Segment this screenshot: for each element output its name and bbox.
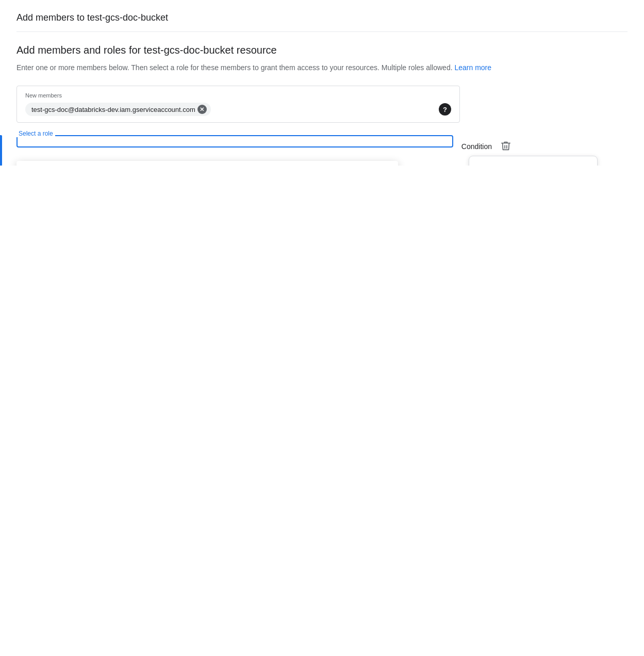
member-chip: test-gcs-doc@databricks-dev.iam.gservice… <box>25 103 211 116</box>
role-select-box[interactable] <box>16 135 453 147</box>
filter-row: ≡ <box>16 161 398 166</box>
role-tooltip: Storage Admin Full control of GCS resour… <box>469 156 598 166</box>
new-members-section: New members test-gcs-doc@databricks-dev.… <box>16 86 460 123</box>
chip-email: test-gcs-doc@databricks-dev.iam.gservice… <box>31 106 195 113</box>
chip-close-button[interactable]: ✕ <box>197 105 207 114</box>
new-members-label: New members <box>25 92 451 99</box>
help-icon[interactable]: ? <box>439 103 451 116</box>
blue-accent-bar <box>0 135 2 166</box>
page-title: Add members to test-gcs-doc-bucket <box>16 12 628 32</box>
trash-icon[interactable] <box>500 135 511 153</box>
tooltip-title: Storage Admin <box>477 165 589 166</box>
role-dropdown: ≡ All roles Cloud Build Cloud Composer C… <box>16 161 398 166</box>
condition-label: Condition <box>461 135 492 151</box>
learn-more-link[interactable]: Learn more <box>454 63 491 72</box>
description-text: Enter one or more members below. Then se… <box>16 62 628 73</box>
role-select-wrapper: Select a role ≡ All roles Cloud Build Cl… <box>16 135 453 147</box>
select-role-label: Select a role <box>16 130 55 137</box>
member-input-row: test-gcs-doc@databricks-dev.iam.gservice… <box>25 103 451 116</box>
role-row: Select a role ≡ All roles Cloud Build Cl… <box>16 135 511 153</box>
section-title: Add members and roles for test-gcs-doc-b… <box>16 44 628 56</box>
